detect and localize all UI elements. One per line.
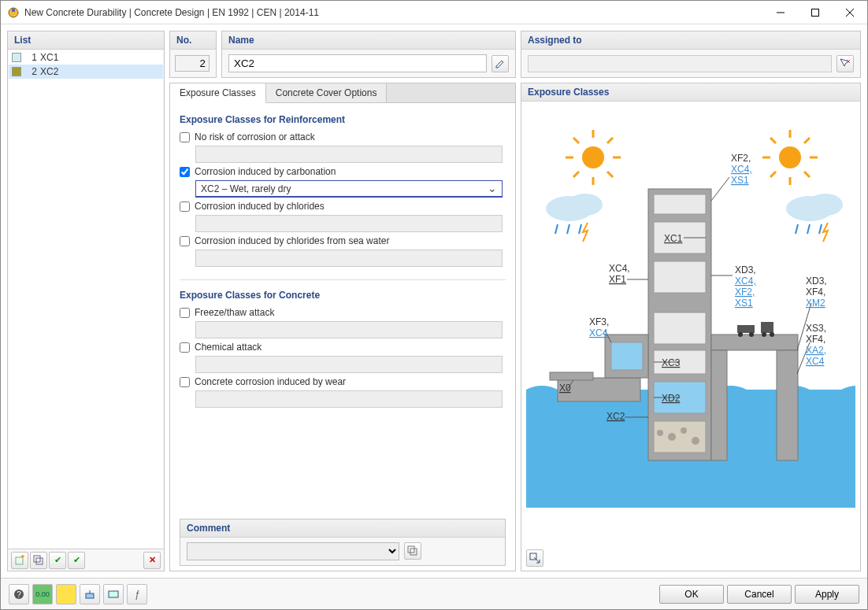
item-list[interactable]: 1 XC1 2 XC2 — [9, 50, 163, 548]
svg-rect-1 — [12, 9, 15, 12]
exposure-diagram: XF2, XC4, XS1 XC1 XC4, XF1 XD3, XC4, XF2… — [526, 106, 855, 508]
script-button[interactable]: ƒ — [127, 584, 147, 604]
dropdown-value: XC2 – Wet, rarely dry — [201, 183, 291, 194]
checkbox-freeze-thaw[interactable] — [180, 308, 190, 318]
svg-rect-17 — [550, 372, 593, 380]
tab-cover-options[interactable]: Concrete Cover Options — [266, 83, 388, 102]
svg-point-39 — [762, 332, 766, 337]
delete-item-button[interactable]: ✕ — [143, 552, 161, 569]
list-item[interactable]: 1 XC1 — [9, 50, 163, 65]
option-label: Chemical attack — [195, 342, 262, 353]
view-button[interactable] — [103, 584, 124, 604]
label-xd3l-3: XF2, — [735, 287, 755, 298]
tab-exposure-classes[interactable]: Exposure Classes — [170, 83, 266, 103]
svg-rect-3 — [812, 9, 819, 16]
option-row: Corrosion induced by chlorides — [180, 201, 506, 232]
list-item[interactable]: 2 XC2 — [9, 65, 163, 79]
tab-body: Exposure Classes for Reinforcement No ri… — [170, 103, 515, 571]
item-index: 1 — [26, 52, 37, 63]
checkbox-chlorides[interactable] — [180, 201, 190, 212]
content-area: List 1 XC1 2 XC2 ✦ ✔ ✔ ✕ — [1, 24, 867, 578]
uncheck-all-button[interactable]: ✔ — [68, 552, 85, 569]
svg-point-60 — [568, 194, 603, 216]
label-xd3r-1: XD3, — [806, 275, 827, 287]
option-label: Freeze/thaw attack — [195, 307, 274, 318]
comment-copy-button[interactable] — [404, 542, 421, 560]
minimize-button[interactable] — [763, 1, 798, 24]
close-button[interactable] — [833, 1, 867, 24]
svg-point-36 — [738, 332, 743, 337]
svg-point-29 — [692, 437, 699, 445]
svg-text:✦: ✦ — [20, 555, 25, 560]
svg-rect-9 — [36, 558, 43, 564]
option-chemical[interactable]: Chemical attack — [180, 342, 506, 353]
svg-point-50 — [779, 146, 801, 168]
svg-rect-25 — [654, 421, 706, 453]
diagram-panel: Exposure Classes — [521, 83, 861, 571]
label-xc4-xf1-2: XF1 — [609, 274, 626, 285]
label-xc1: XC1 — [664, 233, 683, 244]
svg-point-26 — [657, 430, 663, 436]
comment-panel: Comment — [180, 519, 506, 566]
section-reinforcement-header: Exposure Classes for Reinforcement — [180, 114, 506, 125]
checkbox-chemical[interactable] — [180, 342, 190, 353]
option-chlorides-sea[interactable]: Corrosion induced by chlorides from sea … — [180, 235, 506, 246]
comment-select[interactable] — [187, 542, 399, 560]
diagram-extract-button[interactable] — [526, 549, 543, 567]
highlight-button[interactable] — [56, 584, 76, 604]
checkbox-carbonation[interactable] — [180, 167, 190, 177]
option-field — [195, 356, 503, 373]
option-no-risk[interactable]: No risk of corrosion or attack — [180, 131, 506, 142]
check-all-button[interactable]: ✔ — [49, 552, 66, 569]
option-row: No risk of corrosion or attack — [180, 131, 506, 163]
checkbox-wear[interactable] — [180, 377, 190, 387]
name-panel: Name — [221, 31, 516, 78]
diagram-footer — [521, 545, 860, 571]
svg-rect-19 — [654, 194, 706, 214]
assigned-to-panel: Assigned to — [521, 31, 861, 78]
assigned-field[interactable] — [528, 55, 832, 72]
help-button[interactable]: ? — [9, 584, 29, 604]
label-xc2: XC2 — [606, 411, 625, 422]
option-freeze-thaw[interactable]: Freeze/thaw attack — [180, 307, 506, 318]
option-row: Chemical attack — [180, 342, 506, 373]
pick-assign-button[interactable] — [836, 55, 854, 72]
svg-rect-74 — [109, 591, 118, 597]
svg-rect-13 — [410, 549, 417, 555]
new-item-button[interactable]: ✦ — [11, 552, 28, 569]
option-chlorides[interactable]: Corrosion induced by chlorides — [180, 201, 506, 212]
carbonation-dropdown[interactable]: XC2 – Wet, rarely dry — [195, 180, 503, 198]
units-button[interactable]: 0.00 — [32, 584, 53, 604]
center-column: No. Name Assigned to — [169, 31, 861, 571]
apply-button[interactable]: Apply — [795, 585, 859, 604]
svg-point-28 — [681, 427, 687, 434]
maximize-button[interactable] — [798, 1, 833, 24]
titlebar: New Concrete Durability | Concrete Desig… — [1, 1, 867, 24]
option-carbonation[interactable]: Corrosion induced by carbonation — [180, 166, 506, 177]
svg-rect-72 — [86, 593, 94, 598]
label-xs1: XS1 — [731, 175, 749, 186]
name-input[interactable] — [228, 54, 487, 72]
edit-name-button[interactable] — [491, 55, 509, 72]
main-row: Exposure Classes Concrete Cover Options … — [169, 83, 861, 571]
label-xc3: XC3 — [662, 357, 681, 368]
option-field — [195, 390, 503, 408]
checkbox-no-risk[interactable] — [180, 132, 190, 142]
label-xd3l-2: XC4, — [735, 275, 756, 287]
label-x0: X0 — [559, 383, 571, 394]
tabstrip: Exposure Classes Concrete Cover Options — [170, 83, 515, 103]
dialog-window: New Concrete Durability | Concrete Desig… — [0, 0, 868, 610]
section-concrete-header: Exposure Classes for Concrete — [180, 290, 506, 301]
number-input[interactable] — [175, 55, 210, 72]
copy-item-button[interactable] — [30, 552, 47, 569]
option-field — [195, 146, 503, 163]
option-wear[interactable]: Concrete corrosion induced by wear — [180, 376, 506, 387]
diagram-header: Exposure Classes — [521, 83, 860, 102]
label-xs3-3: XA2, — [806, 345, 826, 356]
model-button[interactable] — [80, 584, 100, 604]
name-header: Name — [222, 31, 515, 50]
checkbox-chlorides-sea[interactable] — [180, 236, 190, 246]
ok-button[interactable]: OK — [659, 585, 724, 604]
cancel-button[interactable]: Cancel — [727, 585, 792, 604]
option-field — [195, 321, 503, 338]
